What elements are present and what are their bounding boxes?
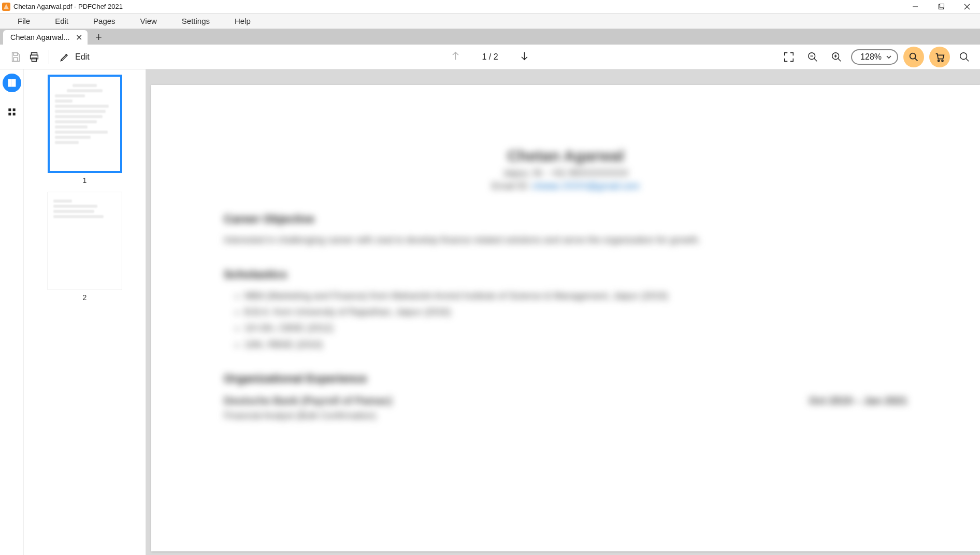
scholastics-list: MBA (Marketing and Finance) from Maharis…	[244, 290, 907, 351]
toolbar-right: 128%	[780, 47, 974, 67]
minimize-button[interactable]	[902, 0, 928, 13]
prev-page-button	[450, 50, 461, 64]
thumbnail-number: 1	[83, 176, 87, 184]
cart-button[interactable]	[929, 47, 950, 67]
svg-rect-27	[8, 108, 11, 111]
svg-rect-28	[12, 108, 15, 111]
menu-file[interactable]: File	[5, 13, 42, 29]
objective-text: Interested in challenging career with ze…	[224, 233, 907, 247]
close-tab-icon[interactable]: ✕	[76, 33, 82, 42]
svg-point-19	[910, 53, 916, 59]
zoom-out-button[interactable]	[803, 48, 822, 66]
svg-point-21	[938, 60, 940, 61]
menu-settings[interactable]: Settings	[169, 13, 222, 29]
email-prefix: Email ID:	[492, 181, 532, 191]
experience-row: Deutsche Bank (Payroll of Pamac) Oct 201…	[224, 395, 907, 407]
thumbnail-item[interactable]: 2	[29, 192, 140, 302]
svg-rect-9	[32, 58, 36, 61]
edit-button[interactable]: Edit	[54, 48, 95, 66]
svg-rect-25	[8, 79, 11, 86]
tab-strip: Chetan Agarwal... ✕ +	[0, 29, 980, 45]
title-bar: Chetan Agarwal.pdf - PDFChef 2021	[0, 0, 980, 13]
svg-rect-29	[8, 113, 11, 116]
doc-top-margin	[146, 69, 980, 85]
left-rail	[0, 69, 24, 555]
svg-line-13	[814, 58, 817, 61]
thumbnails-rail-button[interactable]	[3, 74, 21, 92]
section-objective-heading: Career Objective	[224, 212, 907, 226]
list-item: 10th, RBSE (2010)	[244, 338, 907, 351]
new-tab-button[interactable]: +	[91, 30, 106, 45]
svg-rect-30	[12, 113, 15, 116]
section-experience-heading: Organizational Experience	[224, 372, 907, 386]
svg-point-23	[960, 52, 967, 59]
thumbnail-item[interactable]: 1	[29, 75, 140, 184]
exp-dates: Oct 2019 – Jan 2021	[809, 395, 907, 407]
list-item: B.B.A. from University of Rajasthan, Jai…	[244, 306, 907, 319]
menu-pages[interactable]: Pages	[81, 13, 128, 29]
find-button[interactable]	[903, 47, 924, 67]
zoom-level-dropdown[interactable]: 128%	[851, 49, 898, 65]
thumbnail-page-1[interactable]	[48, 75, 122, 173]
page-1: Chetan Agarwal Jaipur, IN · +91 99XXXXXX…	[151, 85, 980, 551]
grid-rail-button[interactable]	[3, 103, 21, 121]
page-navigation: 1 / 2	[450, 50, 530, 64]
doc-name: Chetan Agarwal	[224, 147, 907, 165]
menu-view[interactable]: View	[128, 13, 169, 29]
svg-point-22	[942, 60, 943, 61]
svg-rect-26	[12, 79, 16, 86]
svg-rect-6	[13, 57, 17, 61]
print-button[interactable]	[25, 48, 44, 66]
save-button	[6, 48, 25, 66]
menu-bar: File Edit Pages View Settings Help	[0, 13, 980, 29]
svg-rect-2	[940, 4, 944, 8]
workspace: 1 2 Chetan Agarwal Jaipur, IN · +91 99XX…	[0, 69, 980, 555]
menu-help[interactable]: Help	[222, 13, 263, 29]
close-button[interactable]	[954, 0, 980, 13]
svg-line-16	[838, 58, 841, 61]
svg-line-20	[915, 58, 917, 61]
document-tab[interactable]: Chetan Agarwal... ✕	[3, 30, 88, 45]
svg-rect-5	[13, 52, 17, 55]
section-scholastics-heading: Scholastics	[224, 268, 907, 281]
thumbnail-number: 2	[83, 293, 87, 302]
next-page-button[interactable]	[519, 50, 530, 64]
edit-label: Edit	[75, 52, 90, 62]
list-item: MBA (Marketing and Finance) from Maharis…	[244, 290, 907, 303]
list-item: 10+2th, CBSE (2012)	[244, 322, 907, 335]
window-title: Chetan Agarwal.pdf - PDFChef 2021	[13, 3, 123, 10]
tab-label: Chetan Agarwal...	[10, 33, 69, 41]
fullscreen-button[interactable]	[780, 48, 798, 66]
app-icon	[2, 3, 10, 11]
toolbar-divider	[49, 50, 49, 64]
zoom-label: 128%	[860, 52, 882, 62]
svg-line-24	[966, 58, 969, 61]
document-view[interactable]: Chetan Agarwal Jaipur, IN · +91 99XXXXXX…	[146, 69, 980, 555]
thumbnail-page-2[interactable]	[48, 192, 122, 290]
zoom-in-button[interactable]	[827, 48, 846, 66]
window-controls	[902, 0, 980, 13]
email-link: chetan.XXXX@gmail.com	[532, 181, 639, 191]
page-indicator: 1 / 2	[482, 52, 498, 62]
search-button[interactable]	[955, 48, 974, 66]
doc-contact: Jaipur, IN · +91 99XXXXXXXX	[224, 168, 907, 179]
exp-role: Financial Analyst (Bulk Confirmation)	[224, 409, 907, 423]
maximize-button[interactable]	[928, 0, 954, 13]
menu-edit[interactable]: Edit	[42, 13, 81, 29]
thumbnail-panel: 1 2	[24, 69, 146, 555]
toolbar: Edit 1 / 2 128%	[0, 45, 980, 69]
exp-company: Deutsche Bank (Payroll of Pamac)	[224, 395, 392, 407]
doc-email-line: Email ID: chetan.XXXX@gmail.com	[224, 181, 907, 192]
